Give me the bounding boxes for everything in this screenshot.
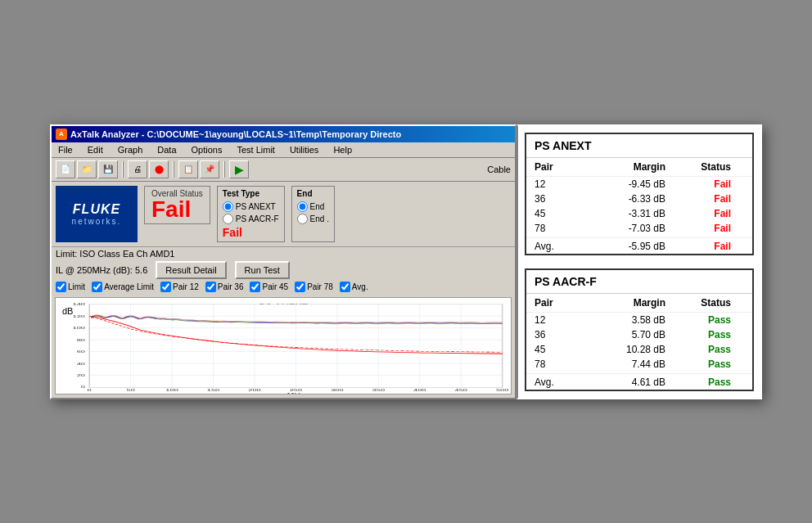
anext-status-3: Fail bbox=[665, 223, 731, 234]
ps-aacrf-title: PS AACR-F bbox=[526, 270, 752, 294]
open-button[interactable]: 📁 bbox=[77, 160, 97, 178]
table-row: 36 -6.33 dB Fail bbox=[526, 192, 752, 206]
cb-pair78[interactable]: Pair 78 bbox=[295, 282, 333, 292]
radio-end[interactable]: End bbox=[297, 201, 329, 212]
svg-text:450: 450 bbox=[455, 389, 468, 392]
print-button[interactable]: 🖨 bbox=[128, 160, 147, 178]
aacrf-pair-1: 36 bbox=[535, 329, 584, 340]
stop-button[interactable]: ⬤ bbox=[149, 160, 169, 178]
cb-avg-input[interactable] bbox=[340, 282, 350, 292]
radio-end2-input[interactable] bbox=[297, 214, 308, 224]
radio-end-input[interactable] bbox=[297, 201, 308, 212]
cb-pair36-label: Pair 36 bbox=[218, 282, 244, 291]
svg-text:120: 120 bbox=[73, 314, 86, 318]
table-row: 36 5.70 dB Pass bbox=[526, 327, 752, 342]
anext-pair-3: 78 bbox=[535, 223, 584, 234]
ps-aacrf-table: PS AACR-F Pair Margin Status 12 3.58 dB … bbox=[525, 268, 754, 391]
menu-data[interactable]: Data bbox=[154, 144, 179, 156]
test-type-group: Test Type PS ANEXT PS AACR-F Fail bbox=[217, 186, 285, 242]
end-label: End bbox=[297, 189, 329, 198]
limit-row: Limit: ISO Class Ea Ch AMD1 bbox=[52, 247, 515, 260]
cb-avg-limit-input[interactable] bbox=[92, 282, 102, 292]
svg-text:500: 500 bbox=[496, 389, 509, 392]
aacrf-pair-4: Avg. bbox=[535, 376, 584, 388]
app-icon: A bbox=[56, 128, 67, 140]
run-test-button[interactable]: Run Test bbox=[235, 261, 290, 279]
cb-pair78-input[interactable] bbox=[295, 282, 305, 292]
menu-help[interactable]: Help bbox=[330, 144, 355, 156]
ps-aacrf-header: Pair Margin Status bbox=[526, 294, 752, 313]
radio-ps-aacrf-input[interactable] bbox=[223, 214, 233, 224]
toolbar-separator3 bbox=[223, 161, 225, 178]
menu-testlimit[interactable]: Test Limit bbox=[233, 144, 277, 156]
anext-pair-1: 36 bbox=[535, 193, 584, 205]
table-row: 78 -7.03 dB Fail bbox=[526, 221, 752, 236]
overall-status-group: Overall Status Fail bbox=[144, 186, 210, 242]
copy-button[interactable]: 📋 bbox=[178, 160, 198, 178]
menu-graph[interactable]: Graph bbox=[115, 144, 147, 156]
aacrf-pair-2: 45 bbox=[535, 344, 584, 355]
cb-pair45[interactable]: Pair 45 bbox=[250, 282, 288, 292]
anext-pair-0: 12 bbox=[535, 178, 584, 190]
toolbar-separator2 bbox=[173, 161, 174, 178]
anext-margin-0: -9.45 dB bbox=[584, 178, 665, 190]
new-button[interactable]: 📄 bbox=[56, 160, 75, 178]
menu-file[interactable]: File bbox=[55, 144, 76, 156]
cb-pair45-input[interactable] bbox=[250, 282, 260, 292]
title-bar: A AxTalk Analyzer - C:\DOCUME~1\ayoung\L… bbox=[52, 126, 515, 142]
menu-bar: File Edit Graph Data Options Test Limit … bbox=[52, 142, 515, 158]
menu-edit[interactable]: Edit bbox=[84, 144, 106, 156]
cb-limit-input[interactable] bbox=[56, 282, 66, 292]
svg-text:250: 250 bbox=[290, 389, 303, 392]
cb-avg-limit[interactable]: Average Limit bbox=[92, 282, 154, 292]
svg-text:0: 0 bbox=[81, 385, 85, 389]
end-group: End End End . bbox=[291, 186, 335, 242]
main-window: A AxTalk Analyzer - C:\DOCUME~1\ayoung\L… bbox=[50, 124, 517, 399]
aacrf-status-2: Pass bbox=[665, 344, 731, 355]
paste-button[interactable]: 📌 bbox=[200, 160, 219, 178]
cb-avg-label: Avg. bbox=[352, 282, 368, 291]
table-row: 78 7.44 dB Pass bbox=[526, 357, 752, 372]
menu-utilities[interactable]: Utilities bbox=[286, 144, 322, 156]
save-button[interactable]: 💾 bbox=[98, 160, 118, 178]
test-type-result: Fail bbox=[223, 226, 279, 239]
run-button[interactable]: ▶ bbox=[229, 160, 249, 178]
svg-text:300: 300 bbox=[331, 389, 344, 392]
anext-pair-2: 45 bbox=[535, 208, 584, 219]
ps-anext-table: PS ANEXT Pair Margin Status 12 -9.45 dB … bbox=[525, 133, 754, 255]
il-text: IL @ 250MHz (dB): 5.6 bbox=[56, 265, 147, 275]
aacrf-pair-0: 12 bbox=[535, 314, 584, 326]
cb-pair36-input[interactable] bbox=[205, 282, 216, 292]
right-panel: PS ANEXT Pair Margin Status 12 -9.45 dB … bbox=[517, 124, 762, 399]
cb-limit[interactable]: Limit bbox=[56, 282, 85, 292]
radio-ps-aacrf-label: PS AACR-F bbox=[236, 214, 279, 223]
anext-status-2: Fail bbox=[665, 208, 731, 219]
fluke-brand: FLUKE bbox=[73, 202, 120, 217]
cb-pair12[interactable]: Pair 12 bbox=[160, 282, 199, 292]
svg-text:60: 60 bbox=[77, 350, 85, 354]
aacrf-status-0: Pass bbox=[665, 314, 731, 326]
anext-margin-4: -5.95 dB bbox=[584, 241, 665, 252]
radio-ps-anext-input[interactable] bbox=[223, 201, 233, 212]
cb-pair36[interactable]: Pair 36 bbox=[205, 282, 244, 292]
limit-text: Limit: ISO Class Ea Ch AMD1 bbox=[56, 249, 175, 259]
aacrf-margin-3: 7.44 dB bbox=[584, 358, 665, 370]
result-detail-button[interactable]: Result Detail bbox=[156, 261, 226, 279]
menu-options[interactable]: Options bbox=[188, 144, 226, 156]
radio-ps-aacrf[interactable]: PS AACR-F bbox=[223, 214, 279, 224]
fluke-logo: FLUKE networks. bbox=[56, 186, 138, 242]
chart-svg: 140 120 100 80 60 40 20 0 0 50 100 150 2… bbox=[56, 298, 511, 394]
svg-text:400: 400 bbox=[413, 389, 426, 392]
anext-margin-1: -6.33 dB bbox=[584, 193, 665, 205]
table-row: 12 -9.45 dB Fail bbox=[526, 177, 752, 192]
window-title: AxTalk Analyzer - C:\DOCUME~1\ayoung\LOC… bbox=[70, 129, 401, 139]
radio-ps-anext[interactable]: PS ANEXT bbox=[223, 201, 279, 212]
checkbox-row: Limit Average Limit Pair 12 Pair 36 Pair… bbox=[52, 280, 515, 294]
toolbar: 📄 📁 💾 🖨 ⬤ 📋 📌 ▶ Cable bbox=[52, 158, 515, 182]
table-row: 45 10.28 dB Pass bbox=[526, 342, 752, 357]
anext-status-0: Fail bbox=[665, 178, 731, 190]
radio-end2[interactable]: End . bbox=[297, 214, 329, 224]
cb-pair12-input[interactable] bbox=[160, 282, 171, 292]
anext-pair-4: Avg. bbox=[535, 241, 584, 252]
cb-avg[interactable]: Avg. bbox=[340, 282, 368, 292]
